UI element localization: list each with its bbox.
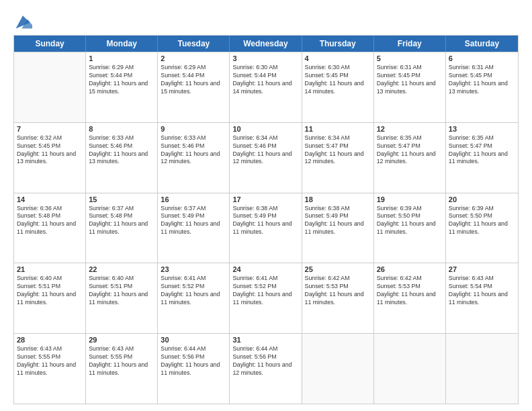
calendar-row-4: 28Sunrise: 6:43 AMSunset: 5:55 PMDayligh…: [14, 333, 518, 404]
calendar-header: SundayMondayTuesdayWednesdayThursdayFrid…: [14, 36, 518, 52]
calendar-cell-day-25: 25Sunrise: 6:42 AMSunset: 5:53 PMDayligh…: [302, 263, 374, 333]
cell-info: Sunrise: 6:42 AMSunset: 5:53 PMDaylight:…: [305, 275, 371, 307]
day-number: 1: [89, 54, 154, 62]
calendar-cell-day-29: 29Sunrise: 6:43 AMSunset: 5:55 PMDayligh…: [86, 334, 158, 404]
cell-info: Sunrise: 6:37 AMSunset: 5:49 PMDaylight:…: [161, 205, 226, 237]
calendar-row-0: 1Sunrise: 6:29 AMSunset: 5:44 PMDaylight…: [14, 52, 518, 122]
day-number: 10: [232, 125, 298, 133]
page: SundayMondayTuesdayWednesdayThursdayFrid…: [0, 0, 532, 411]
day-number: 17: [232, 195, 298, 203]
day-number: 21: [17, 265, 83, 273]
cell-info: Sunrise: 6:39 AMSunset: 5:50 PMDaylight:…: [449, 205, 515, 237]
cell-info: Sunrise: 6:40 AMSunset: 5:51 PMDaylight:…: [17, 275, 83, 307]
calendar-cell-day-3: 3Sunrise: 6:30 AMSunset: 5:44 PMDaylight…: [230, 52, 302, 122]
day-number: 22: [89, 265, 154, 273]
calendar-cell-day-5: 5Sunrise: 6:31 AMSunset: 5:45 PMDaylight…: [374, 52, 446, 122]
cell-info: Sunrise: 6:36 AMSunset: 5:48 PMDaylight:…: [17, 205, 83, 237]
calendar: SundayMondayTuesdayWednesdayThursdayFrid…: [13, 35, 519, 404]
day-number: 9: [161, 125, 226, 133]
calendar-row-1: 7Sunrise: 6:32 AMSunset: 5:45 PMDaylight…: [14, 122, 518, 193]
day-number: 5: [377, 54, 443, 62]
day-number: 4: [305, 54, 371, 62]
calendar-cell-empty-0-0: [14, 52, 86, 122]
calendar-cell-day-18: 18Sunrise: 6:38 AMSunset: 5:49 PMDayligh…: [302, 193, 374, 263]
cell-info: Sunrise: 6:35 AMSunset: 5:47 PMDaylight:…: [449, 134, 515, 167]
cell-info: Sunrise: 6:33 AMSunset: 5:46 PMDaylight:…: [161, 134, 226, 167]
day-number: 23: [161, 265, 226, 273]
header-day-wednesday: Wednesday: [230, 36, 302, 52]
calendar-cell-day-28: 28Sunrise: 6:43 AMSunset: 5:55 PMDayligh…: [14, 334, 86, 404]
calendar-cell-empty-4-4: [302, 334, 374, 404]
cell-info: Sunrise: 6:40 AMSunset: 5:51 PMDaylight:…: [89, 275, 154, 307]
day-number: 8: [89, 125, 154, 133]
calendar-cell-day-8: 8Sunrise: 6:33 AMSunset: 5:46 PMDaylight…: [86, 123, 158, 193]
day-number: 6: [449, 54, 515, 62]
header-day-monday: Monday: [86, 36, 158, 52]
calendar-cell-day-6: 6Sunrise: 6:31 AMSunset: 5:45 PMDaylight…: [446, 52, 518, 122]
day-number: 24: [232, 265, 298, 273]
header: [13, 12, 519, 31]
cell-info: Sunrise: 6:37 AMSunset: 5:48 PMDaylight:…: [89, 205, 154, 237]
day-number: 19: [377, 195, 443, 203]
day-number: 28: [17, 336, 83, 344]
day-number: 25: [305, 265, 371, 273]
day-number: 3: [232, 54, 298, 62]
cell-info: Sunrise: 6:41 AMSunset: 5:52 PMDaylight:…: [161, 275, 226, 307]
header-day-tuesday: Tuesday: [158, 36, 230, 52]
calendar-row-2: 14Sunrise: 6:36 AMSunset: 5:48 PMDayligh…: [14, 193, 518, 263]
calendar-cell-empty-4-5: [374, 334, 446, 404]
calendar-cell-day-19: 19Sunrise: 6:39 AMSunset: 5:50 PMDayligh…: [374, 193, 446, 263]
cell-info: Sunrise: 6:44 AMSunset: 5:56 PMDaylight:…: [232, 345, 298, 377]
cell-info: Sunrise: 6:43 AMSunset: 5:54 PMDaylight:…: [449, 275, 515, 307]
cell-info: Sunrise: 6:30 AMSunset: 5:44 PMDaylight:…: [232, 64, 298, 96]
day-number: 14: [17, 195, 83, 203]
cell-info: Sunrise: 6:38 AMSunset: 5:49 PMDaylight:…: [232, 205, 298, 237]
cell-info: Sunrise: 6:39 AMSunset: 5:50 PMDaylight:…: [377, 205, 443, 237]
calendar-cell-day-12: 12Sunrise: 6:35 AMSunset: 5:47 PMDayligh…: [374, 123, 446, 193]
calendar-cell-day-27: 27Sunrise: 6:43 AMSunset: 5:54 PMDayligh…: [446, 263, 518, 333]
cell-info: Sunrise: 6:35 AMSunset: 5:47 PMDaylight:…: [377, 134, 443, 167]
day-number: 15: [89, 195, 154, 203]
calendar-cell-day-14: 14Sunrise: 6:36 AMSunset: 5:48 PMDayligh…: [14, 193, 86, 263]
cell-info: Sunrise: 6:42 AMSunset: 5:53 PMDaylight:…: [377, 275, 443, 307]
calendar-cell-day-21: 21Sunrise: 6:40 AMSunset: 5:51 PMDayligh…: [14, 263, 86, 333]
cell-info: Sunrise: 6:44 AMSunset: 5:56 PMDaylight:…: [161, 345, 226, 377]
cell-info: Sunrise: 6:30 AMSunset: 5:45 PMDaylight:…: [305, 64, 371, 96]
cell-info: Sunrise: 6:32 AMSunset: 5:45 PMDaylight:…: [17, 134, 83, 167]
logo: [13, 12, 35, 31]
calendar-cell-day-16: 16Sunrise: 6:37 AMSunset: 5:49 PMDayligh…: [158, 193, 230, 263]
header-day-saturday: Saturday: [446, 36, 518, 52]
cell-info: Sunrise: 6:34 AMSunset: 5:47 PMDaylight:…: [305, 134, 371, 167]
day-number: 18: [305, 195, 371, 203]
header-day-sunday: Sunday: [14, 36, 86, 52]
calendar-cell-day-17: 17Sunrise: 6:38 AMSunset: 5:49 PMDayligh…: [230, 193, 302, 263]
calendar-cell-day-15: 15Sunrise: 6:37 AMSunset: 5:48 PMDayligh…: [86, 193, 158, 263]
calendar-cell-day-7: 7Sunrise: 6:32 AMSunset: 5:45 PMDaylight…: [14, 123, 86, 193]
calendar-cell-day-22: 22Sunrise: 6:40 AMSunset: 5:51 PMDayligh…: [86, 263, 158, 333]
cell-info: Sunrise: 6:31 AMSunset: 5:45 PMDaylight:…: [449, 64, 515, 96]
cell-info: Sunrise: 6:29 AMSunset: 5:44 PMDaylight:…: [89, 64, 154, 96]
calendar-cell-day-11: 11Sunrise: 6:34 AMSunset: 5:47 PMDayligh…: [302, 123, 374, 193]
cell-info: Sunrise: 6:41 AMSunset: 5:52 PMDaylight:…: [232, 275, 298, 307]
calendar-cell-day-1: 1Sunrise: 6:29 AMSunset: 5:44 PMDaylight…: [86, 52, 158, 122]
calendar-cell-day-2: 2Sunrise: 6:29 AMSunset: 5:44 PMDaylight…: [158, 52, 230, 122]
day-number: 31: [232, 336, 298, 344]
day-number: 12: [377, 125, 443, 133]
day-number: 13: [449, 125, 515, 133]
day-number: 29: [89, 336, 154, 344]
cell-info: Sunrise: 6:43 AMSunset: 5:55 PMDaylight:…: [89, 345, 154, 377]
calendar-cell-day-26: 26Sunrise: 6:42 AMSunset: 5:53 PMDayligh…: [374, 263, 446, 333]
header-day-friday: Friday: [374, 36, 446, 52]
calendar-row-3: 21Sunrise: 6:40 AMSunset: 5:51 PMDayligh…: [14, 263, 518, 333]
day-number: 2: [161, 54, 226, 62]
calendar-cell-empty-4-6: [446, 334, 518, 404]
cell-info: Sunrise: 6:33 AMSunset: 5:46 PMDaylight:…: [89, 134, 154, 167]
calendar-cell-day-20: 20Sunrise: 6:39 AMSunset: 5:50 PMDayligh…: [446, 193, 518, 263]
day-number: 7: [17, 125, 83, 133]
day-number: 26: [377, 265, 443, 273]
cell-info: Sunrise: 6:29 AMSunset: 5:44 PMDaylight:…: [161, 64, 226, 96]
day-number: 20: [449, 195, 515, 203]
calendar-cell-day-4: 4Sunrise: 6:30 AMSunset: 5:45 PMDaylight…: [302, 52, 374, 122]
calendar-cell-day-31: 31Sunrise: 6:44 AMSunset: 5:56 PMDayligh…: [230, 334, 302, 404]
cell-info: Sunrise: 6:38 AMSunset: 5:49 PMDaylight:…: [305, 205, 371, 237]
